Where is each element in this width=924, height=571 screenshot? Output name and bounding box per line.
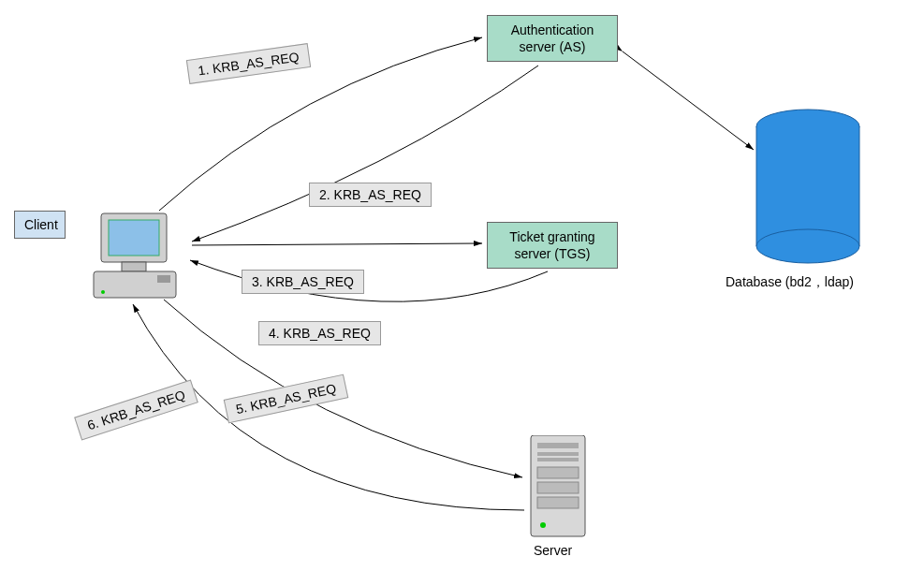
svg-point-5 [101,290,105,294]
svg-rect-14 [537,482,579,493]
ticket-granting-server-node: Ticket granting server (TGS) [487,222,618,269]
tgs-line2: server (TGS) [497,245,608,262]
message-2: 2. KRB_AS_REQ [309,183,432,207]
svg-rect-15 [537,497,579,508]
svg-rect-2 [122,262,146,271]
svg-rect-10 [537,443,579,448]
svg-point-16 [540,522,546,528]
computer-icon [84,206,187,312]
svg-rect-12 [537,458,579,461]
database-icon [752,108,864,270]
message-5: 5. KRB_AS_REQ [224,374,348,424]
svg-rect-11 [537,452,579,456]
server-label: Server [534,543,572,558]
authentication-server-node: Authentication server (AS) [487,15,618,62]
svg-rect-4 [157,275,170,283]
message-6: 6. KRB_AS_REQ [74,379,198,440]
as-line2: server (AS) [497,38,608,55]
svg-rect-1 [109,220,159,256]
as-line1: Authentication [497,22,608,38]
svg-rect-13 [537,467,579,478]
tgs-line1: Ticket granting [497,228,608,245]
message-3: 3. KRB_AS_REQ [242,270,364,294]
server-icon [526,435,592,541]
database-label: Database (bd2，ldap) [726,274,854,291]
svg-point-8 [756,229,859,263]
svg-rect-7 [756,126,859,246]
client-node: Client [14,211,66,239]
message-4: 4. KRB_AS_REQ [258,321,381,345]
message-1: 1. KRB_AS_REQ [186,43,311,84]
